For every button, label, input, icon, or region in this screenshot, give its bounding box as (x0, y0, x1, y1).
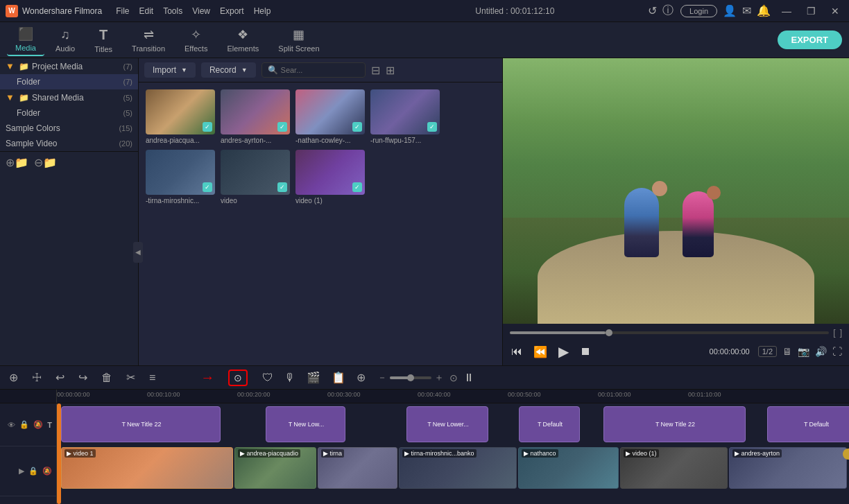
menu-edit[interactable]: Edit (139, 6, 154, 16)
audio-label: Audio (55, 44, 75, 53)
tl-circle-btn[interactable]: ⊕ (353, 369, 369, 386)
fullscreen-icon[interactable]: ⛶ (832, 346, 842, 357)
tl-vid-lock-icon[interactable]: 🔒 (28, 467, 38, 476)
account-icon[interactable]: 👤 (723, 4, 737, 17)
seekbar-track[interactable] (510, 331, 829, 334)
tab-elements[interactable]: ❖ Elements (218, 24, 267, 55)
refresh-icon[interactable]: ↺ (648, 4, 657, 17)
zoom-slider[interactable] (390, 376, 431, 379)
sample-video-item[interactable]: Sample Video (20) (0, 136, 138, 151)
tab-transition[interactable]: ⇌ Transition (123, 24, 173, 55)
video-clip-1[interactable]: ▶ andrea-piacquadio (234, 447, 316, 489)
title-clip-1[interactable]: T New Low... (266, 406, 345, 442)
tl-lock-icon[interactable]: 🔒 (19, 420, 29, 429)
tl-settings-icon[interactable]: ⊙ (449, 372, 458, 383)
media-item-4[interactable]: ✓ -tirna-miroshnic... (146, 150, 215, 205)
title-clip-2[interactable]: T New Lower... (406, 406, 488, 442)
tl-right-icons: 🛡 🎙 🎬 📋 ⊕ － ＋ ⊙ ⏸ (259, 369, 474, 386)
tl-delete-button[interactable]: 🗑 (98, 370, 116, 386)
tl-media-button[interactable]: ☩ (28, 369, 45, 386)
tl-vid-mute-icon[interactable]: 🔕 (42, 467, 52, 476)
tl-undo-button[interactable]: ↩ (52, 369, 68, 386)
media-item-0[interactable]: ✓ andrea-piacqua... (146, 89, 215, 144)
video-clip-6[interactable]: ▶ andres-ayrton (729, 447, 847, 489)
video-clip-0[interactable]: ▶ video 1 (61, 447, 233, 489)
tl-redo-button[interactable]: ↪ (75, 369, 91, 386)
media-item-1[interactable]: ✓ andres-ayrton-... (221, 89, 290, 144)
zoom-minus-icon[interactable]: － (377, 372, 387, 384)
frame-back-button[interactable]: ⏪ (532, 344, 549, 360)
tl-mic-button[interactable]: 🎙 (281, 370, 299, 386)
minimize-button[interactable]: — (778, 4, 796, 18)
record-button[interactable]: Record ▼ (201, 62, 256, 78)
play-button[interactable]: ▶ (557, 342, 570, 361)
track-labels: 👁 🔒 🔕 T ▶ 🔒 🔕 (0, 403, 57, 504)
export-button[interactable]: EXPORT (778, 31, 842, 49)
tl-mute-icon[interactable]: 🔕 (33, 420, 43, 429)
menu-export[interactable]: Export (220, 6, 244, 16)
grid-view-icon[interactable]: ⊞ (386, 64, 395, 77)
tab-media[interactable]: ⬛ Media (7, 24, 44, 56)
close-button[interactable]: ✕ (827, 4, 843, 18)
tab-titles[interactable]: T Titles (86, 24, 121, 56)
remove-folder-icon[interactable]: ⊖📁 (34, 156, 57, 169)
tab-split-screen[interactable]: ▦ Split Screen (270, 24, 327, 55)
tl-add-button[interactable]: ⊕ (6, 369, 22, 386)
add-folder-icon[interactable]: ⊕📁 (6, 156, 28, 169)
record-playhead-button[interactable]: ⊙ (228, 370, 248, 386)
menu-file[interactable]: File (116, 6, 129, 16)
search-input[interactable] (281, 66, 329, 74)
login-button[interactable]: Login (680, 5, 717, 17)
screenshot-icon[interactable]: 📷 (798, 346, 809, 357)
media-item-2[interactable]: ✓ -nathan-cowley-... (295, 89, 365, 144)
project-folder-item[interactable]: Folder (7) (0, 74, 138, 89)
skip-back-button[interactable]: ⏮ (510, 344, 524, 359)
video-clip-2[interactable]: ▶ tirna (318, 447, 397, 489)
shared-media-item[interactable]: ▼ 📁 Shared Media (5) (0, 89, 138, 105)
menu-tools[interactable]: Tools (163, 6, 182, 16)
bell-icon[interactable]: 🔔 (757, 4, 771, 17)
tl-list-button[interactable]: ≡ (146, 370, 159, 386)
screen-icon[interactable]: 🖥 (782, 346, 792, 357)
tl-clip-button[interactable]: 📋 (328, 369, 349, 386)
stop-button[interactable]: ⏹ (578, 344, 592, 359)
mail-icon[interactable]: ✉ (742, 4, 751, 17)
video-clip-5[interactable]: ▶ video (1) (620, 447, 728, 489)
zoom-plus-icon[interactable]: ＋ (434, 372, 444, 384)
seekbar-handle[interactable] (606, 329, 612, 336)
filter-icon[interactable]: ⊟ (371, 64, 380, 77)
panel-collapse-btn[interactable]: ◀ (133, 242, 139, 263)
tl-pause-icon[interactable]: ⏸ (463, 372, 474, 384)
video-clip-4[interactable]: ▶ nathanco (518, 447, 619, 489)
title-clip-3[interactable]: T Default (519, 406, 580, 442)
media-item-5[interactable]: ✓ video (221, 150, 290, 205)
tl-video-icon[interactable]: ▶ (19, 467, 24, 476)
tl-cam-button[interactable]: 🎬 (303, 369, 324, 386)
seekbar-progress (510, 331, 606, 334)
title-clip-0[interactable]: T New Title 22 (61, 406, 221, 442)
shared-folder-count: (5) (123, 109, 132, 117)
media-item-6[interactable]: ✓ video (1) (295, 150, 365, 205)
tab-effects[interactable]: ✧ Effects (176, 24, 216, 55)
tl-eye-icon[interactable]: 👁 (8, 421, 15, 429)
zoom-handle[interactable] (407, 374, 414, 381)
info-icon[interactable]: ⓘ (662, 3, 674, 18)
import-button[interactable]: Import ▼ (144, 62, 196, 78)
tl-shield-button[interactable]: 🛡 (259, 370, 277, 386)
menu-view[interactable]: View (192, 6, 210, 16)
video-clip-3[interactable]: ▶ tirna-miroshnic...banko (399, 447, 517, 489)
shared-folder-item[interactable]: Folder (5) (0, 105, 138, 121)
sample-colors-item[interactable]: Sample Colors (15) (0, 121, 138, 136)
maximize-button[interactable]: ❐ (803, 4, 820, 18)
volume-icon[interactable]: 🔊 (815, 346, 827, 357)
tl-cut-button[interactable]: ✂ (123, 369, 139, 386)
ratio-display[interactable]: 1/2 (758, 346, 777, 357)
project-media-item[interactable]: ▼ 📁 Project Media (7) (0, 58, 138, 74)
title-clip-5-label: Default (809, 421, 829, 428)
menu-help[interactable]: Help (254, 6, 271, 16)
preview-panel: [ ] ⏮ ⏪ ▶ ⏹ 00:00:00:00 1/2 🖥 📷 🔊 ⛶ (502, 58, 849, 365)
title-clip-5[interactable]: T Default (767, 406, 849, 442)
media-item-3[interactable]: ✓ -run-ffwpu-157... (370, 89, 440, 144)
tab-audio[interactable]: ♫ Audio (47, 25, 83, 55)
title-clip-4[interactable]: T New Title 22 (603, 406, 746, 442)
